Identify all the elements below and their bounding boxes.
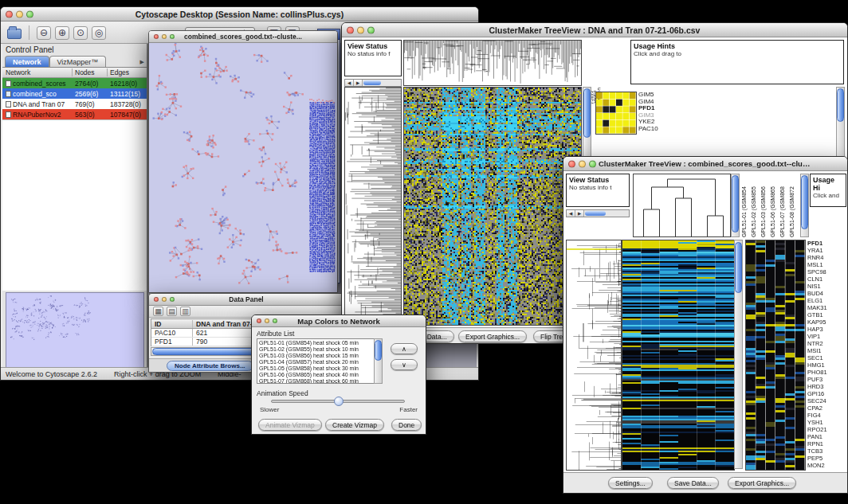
gene-label[interactable]: HMG1	[807, 361, 847, 369]
mini-horizontal-scrollbar[interactable]: ◀ ▶	[566, 209, 630, 217]
scrollbar-thumb[interactable]	[583, 88, 591, 138]
select-attributes-icon[interactable]: ▦	[153, 307, 163, 316]
array-label[interactable]: GPL51-08 (GSM872	[789, 174, 799, 237]
gene-label[interactable]: CPA2	[807, 404, 847, 412]
network-overview-thumbnail[interactable]	[6, 292, 144, 373]
attribute-list-item[interactable]: GPL51-02 (GSM855) heat shock 10 min	[259, 346, 380, 353]
save-data-button[interactable]: Save Data...	[667, 477, 719, 489]
gene-label[interactable]: PHO81	[807, 369, 847, 376]
gene-label[interactable]: GTB1	[807, 311, 847, 318]
gene-label[interactable]: RPN1	[807, 440, 847, 447]
treeview-dna-titlebar[interactable]: ClusterMaker TreeView : DNA and Tran 07-…	[342, 23, 847, 37]
network-tree-area[interactable]	[2, 119, 147, 291]
gene-label[interactable]: CLN1	[807, 275, 847, 283]
minimize-button[interactable]	[162, 297, 167, 302]
maximize-button[interactable]	[273, 318, 277, 323]
attribute-list-scrollbar[interactable]	[374, 338, 383, 384]
column-edges[interactable]: Edges	[108, 68, 147, 76]
gene-label[interactable]: MON2	[807, 462, 847, 469]
gene-label[interactable]: NTR2	[807, 340, 847, 347]
network-view-titlebar[interactable]: combined_scores_good.txt--cluste...	[149, 31, 337, 43]
create-vizmap-button[interactable]: Create Vizmap	[325, 419, 384, 431]
attribute-list-item[interactable]: GPL51-06 (GSM865) heat shock 40 min	[259, 372, 380, 378]
attribute-list-item[interactable]: GPL51-05 (GSM858) heat shock 30 min	[259, 365, 380, 372]
gene-label[interactable]: PEP5	[807, 455, 847, 462]
slider-thumb[interactable]	[334, 397, 344, 406]
array-label[interactable]: GPL51-02 (GSM855	[751, 174, 760, 237]
gene-label[interactable]: YSH1	[807, 419, 847, 426]
column-nodes[interactable]: Nodes	[73, 68, 108, 76]
row-dendrogram[interactable]	[566, 240, 622, 471]
minimize-button[interactable]	[579, 160, 586, 167]
gene-label[interactable]: MSL1	[807, 261, 847, 268]
gene-label[interactable]: PAN1	[807, 433, 847, 440]
animate-vizmap-button[interactable]: Animate Vizmap	[258, 419, 322, 431]
gene-label[interactable]: NIS1	[807, 283, 847, 290]
zoom-in-icon[interactable]: ⊕	[55, 26, 69, 40]
done-button[interactable]: Done	[391, 419, 422, 431]
network-list-item[interactable]: combined_scores 2764(0) 16218(0)	[2, 78, 147, 88]
gene-label[interactable]: SEC24	[807, 397, 847, 404]
tab-overflow-icon[interactable]: ▶	[140, 59, 144, 65]
gene-label[interactable]: RPO21	[807, 426, 847, 433]
label-scrollbar-left[interactable]	[731, 174, 740, 237]
selection-detail-heatmap[interactable]	[745, 240, 806, 471]
tab-vizmapper[interactable]: VizMapper™	[49, 56, 107, 67]
column-dendrogram[interactable]	[403, 40, 582, 86]
scroll-right-icon[interactable]: ▶	[354, 80, 363, 86]
export-graphics-button[interactable]: Export Graphics...	[728, 477, 796, 489]
scrollbar-thumb[interactable]	[801, 175, 808, 229]
move-up-button[interactable]: ∧	[391, 343, 418, 354]
scrollbar-thumb[interactable]	[735, 242, 742, 293]
scrollbar-thumb[interactable]	[732, 175, 739, 232]
close-button[interactable]	[6, 10, 13, 18]
export-graphics-button[interactable]: Export Graphics...	[458, 330, 527, 342]
minimize-button[interactable]	[265, 318, 269, 323]
gene-label[interactable]: ELG1	[807, 297, 847, 304]
label-scrollbar-right[interactable]	[800, 174, 809, 237]
close-button[interactable]	[257, 318, 261, 323]
gene-label[interactable]: GPI16	[807, 390, 847, 397]
animation-speed-slider[interactable]	[271, 400, 405, 403]
network-list-item[interactable]: RNAPuberNov2 563(0) 107847(0)	[2, 109, 147, 119]
network-canvas[interactable]	[149, 43, 337, 292]
scrollbar-thumb[interactable]	[585, 211, 606, 216]
delete-attribute-icon[interactable]: ▥	[180, 307, 190, 316]
maximize-button[interactable]	[26, 10, 33, 18]
network-list-item[interactable]: DNA and Tran 07 769(0) 183728(0)	[2, 99, 147, 109]
zoom-fit-icon[interactable]: ⊙	[73, 26, 88, 40]
close-button[interactable]	[568, 160, 575, 167]
mini-horizontal-scrollbar[interactable]: ◀ ▶	[344, 79, 402, 87]
array-label[interactable]: GPL51-07 (GSM868	[779, 174, 789, 237]
gene-label[interactable]: KAP95	[807, 318, 847, 326]
array-label[interactable]: GPL51-03 (GSM856	[760, 174, 770, 237]
gene-label[interactable]: YRA1	[807, 247, 847, 254]
settings-button[interactable]: Settings...	[608, 477, 653, 489]
treeview-combined-titlebar[interactable]: ClusterMaker TreeView : combined_scores_…	[563, 157, 847, 171]
minimize-button[interactable]	[16, 10, 23, 18]
data-panel-titlebar[interactable]: Data Panel	[149, 294, 344, 306]
row-dendrogram[interactable]	[344, 87, 402, 326]
selection-detail-heatmap[interactable]	[595, 92, 637, 135]
array-label[interactable]: GPL51-01 (GSM854	[741, 174, 751, 237]
main-titlebar[interactable]: Cytoscape Desktop (Session Name: collins…	[1, 7, 478, 21]
gene-label[interactable]: TCB3	[807, 447, 847, 455]
gene-label[interactable]: RNR4	[807, 254, 847, 261]
gene-label[interactable]: SEC1	[807, 354, 847, 361]
gene-label[interactable]: MAK31	[807, 304, 847, 311]
zoom-selected-icon[interactable]: ◎	[92, 26, 106, 40]
expression-heatmap[interactable]	[403, 87, 582, 326]
close-button[interactable]	[347, 26, 354, 33]
scrollbar-thumb[interactable]	[375, 340, 382, 361]
scrollbar-track[interactable]	[363, 80, 401, 86]
scroll-left-icon[interactable]: ◀	[567, 210, 575, 217]
maximize-button[interactable]	[367, 26, 375, 33]
scroll-left-icon[interactable]: ◀	[345, 80, 354, 86]
attribute-list-item[interactable]: GPL51-04 (GSM857) heat shock 20 min	[259, 359, 380, 365]
column-network[interactable]: Network	[2, 68, 73, 76]
array-label[interactable]: GPL51-06 (GSM865	[770, 174, 779, 237]
move-down-button[interactable]: ∨	[391, 359, 418, 370]
gene-label[interactable]: HRD3	[807, 383, 847, 390]
expression-heatmap[interactable]	[622, 240, 735, 471]
attribute-list-item[interactable]: GPL51-03 (GSM856) heat shock 15 min	[259, 353, 380, 359]
